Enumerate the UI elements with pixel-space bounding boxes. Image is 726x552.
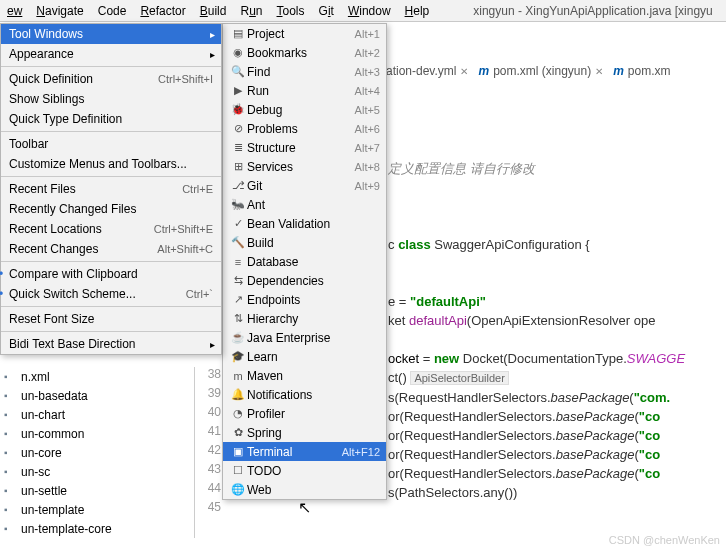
tool-window-project[interactable]: ▤ProjectAlt+1 (223, 24, 386, 43)
project-item[interactable]: ▪un-common (0, 424, 194, 443)
submenu-arrow-icon: ▸ (210, 49, 215, 60)
menu-code[interactable]: Code (91, 2, 134, 20)
tool-window-maven[interactable]: mMaven (223, 366, 386, 385)
folder-icon: ▪ (4, 504, 18, 515)
maven-icon: m (229, 370, 247, 382)
project-tree[interactable]: ▪n.xml▪un-basedata▪un-chart▪un-common▪un… (0, 367, 195, 538)
project-item[interactable]: ▪un-core (0, 443, 194, 462)
project-item[interactable]: ▪un-chart (0, 405, 194, 424)
project-item[interactable]: ▪n.xml (0, 367, 194, 386)
menu-help[interactable]: Help (398, 2, 437, 20)
dependencies-icon: ⇆ (229, 274, 247, 287)
web-icon: 🌐 (229, 483, 247, 496)
services-icon: ⊞ (229, 160, 247, 173)
line-number: 43 (195, 460, 221, 479)
code-editor[interactable]: 定义配置信息 请自行修改 c class SwaggerApiConfigura… (388, 140, 685, 502)
watermark: CSDN @chenWenKen (609, 534, 720, 546)
folder-icon: ▪ (4, 409, 18, 420)
view-menu-dropdown: Tool Windows▸Appearance▸Quick Definition… (0, 23, 222, 355)
tool-window-run[interactable]: ▶RunAlt+4 (223, 81, 386, 100)
tool-window-problems[interactable]: ⊘ProblemsAlt+6 (223, 119, 386, 138)
git-icon: ⎇ (229, 179, 247, 192)
tool-window-git[interactable]: ⎇GitAlt+9 (223, 176, 386, 195)
maven-icon: m (478, 64, 489, 78)
menu-run[interactable]: Run (233, 2, 269, 20)
cursor-icon: ↖ (298, 498, 311, 517)
tool-window-services[interactable]: ⊞ServicesAlt+8 (223, 157, 386, 176)
tool-window-java-enterprise[interactable]: ☕Java Enterprise (223, 328, 386, 347)
tool-window-ant[interactable]: 🐜Ant (223, 195, 386, 214)
menu-item-reset-font-size[interactable]: Reset Font Size (1, 309, 221, 329)
database-icon: ≡ (229, 256, 247, 268)
project-item[interactable]: ▪un-sc (0, 462, 194, 481)
endpoints-icon: ↗ (229, 293, 247, 306)
menu-item-recently-changed-files[interactable]: Recently Changed Files (1, 199, 221, 219)
tool-window-find[interactable]: 🔍FindAlt+3 (223, 62, 386, 81)
menu-item-quick-switch-scheme-[interactable]: Quick Switch Scheme...Ctrl+` (1, 284, 221, 304)
tool-window-notifications[interactable]: 🔔Notifications (223, 385, 386, 404)
tool-window-bookmarks[interactable]: ◉BookmarksAlt+2 (223, 43, 386, 62)
debug-icon: 🐞 (229, 103, 247, 116)
tool-window-endpoints[interactable]: ↗Endpoints (223, 290, 386, 309)
tool-windows-submenu: ▤ProjectAlt+1◉BookmarksAlt+2🔍FindAlt+3▶R… (222, 23, 387, 500)
tab-pom-xingyun[interactable]: m pom.xml (xingyun)✕ (478, 64, 603, 78)
find-icon: 🔍 (229, 65, 247, 78)
tool-window-terminal[interactable]: ▣TerminalAlt+F12 (223, 442, 386, 461)
folder-icon: ▪ (4, 390, 18, 401)
menu-item-quick-type-definition[interactable]: Quick Type Definition (1, 109, 221, 129)
menu-tools[interactable]: Tools (270, 2, 312, 20)
editor-tabs: cation-dev.yml✕ m pom.xml (xingyun)✕ m p… (380, 58, 671, 84)
tool-window-bean-validation[interactable]: ✓Bean Validation (223, 214, 386, 233)
project-item[interactable]: ▪un-settle (0, 481, 194, 500)
menu-item-recent-locations[interactable]: Recent LocationsCtrl+Shift+E (1, 219, 221, 239)
close-icon[interactable]: ✕ (460, 66, 468, 77)
menu-item-recent-changes[interactable]: Recent ChangesAlt+Shift+C (1, 239, 221, 259)
menu-item-toolbar[interactable]: Toolbar (1, 134, 221, 154)
terminal-icon: ▣ (229, 445, 247, 458)
menu-item-tool-windows[interactable]: Tool Windows▸ (1, 24, 221, 44)
bean validation-icon: ✓ (229, 217, 247, 230)
tool-window-dependencies[interactable]: ⇆Dependencies (223, 271, 386, 290)
menu-build[interactable]: Build (193, 2, 234, 20)
menu-git[interactable]: Git (312, 2, 341, 20)
menu-item-customize-menus-and-toolbars-[interactable]: Customize Menus and Toolbars... (1, 154, 221, 174)
spring-icon: ✿ (229, 426, 247, 439)
line-number: 38 (195, 365, 221, 384)
menu-refactor[interactable]: Refactor (133, 2, 192, 20)
tool-window-profiler[interactable]: ◔Profiler (223, 404, 386, 423)
tool-window-structure[interactable]: ≣StructureAlt+7 (223, 138, 386, 157)
tool-window-spring[interactable]: ✿Spring (223, 423, 386, 442)
menu-item-show-siblings[interactable]: Show Siblings (1, 89, 221, 109)
tool-window-web[interactable]: 🌐Web (223, 480, 386, 499)
close-icon[interactable]: ✕ (595, 66, 603, 77)
todo-icon: ☐ (229, 464, 247, 477)
folder-icon: ▪ (4, 371, 18, 382)
menu-item-appearance[interactable]: Appearance▸ (1, 44, 221, 64)
java enterprise-icon: ☕ (229, 331, 247, 344)
submenu-arrow-icon: ▸ (210, 29, 215, 40)
tab-application-dev[interactable]: cation-dev.yml✕ (380, 64, 468, 78)
project-item[interactable]: ▪un-template (0, 500, 194, 519)
menu-item-quick-definition[interactable]: Quick DefinitionCtrl+Shift+I (1, 69, 221, 89)
project-item[interactable]: ▪un-template-core (0, 519, 194, 538)
line-number: 41 (195, 422, 221, 441)
tool-window-debug[interactable]: 🐞DebugAlt+5 (223, 100, 386, 119)
folder-icon: ▪ (4, 485, 18, 496)
menu-item-recent-files[interactable]: Recent FilesCtrl+E (1, 179, 221, 199)
menu-item-compare-with-clipboard[interactable]: Compare with Clipboard (1, 264, 221, 284)
tool-window-database[interactable]: ≡Database (223, 252, 386, 271)
tab-pom-partial[interactable]: m pom.xm (613, 64, 670, 78)
menu-navigate[interactable]: Navigate (29, 2, 90, 20)
project-item[interactable]: ▪un-basedata (0, 386, 194, 405)
folder-icon: ▪ (4, 466, 18, 477)
line-number: 42 (195, 441, 221, 460)
menu-view[interactable]: ew (0, 2, 29, 20)
tool-window-hierarchy[interactable]: ⇅Hierarchy (223, 309, 386, 328)
bookmarks-icon: ◉ (229, 46, 247, 59)
tool-window-build[interactable]: 🔨Build (223, 233, 386, 252)
tool-window-todo[interactable]: ☐TODO (223, 461, 386, 480)
tool-window-learn[interactable]: 🎓Learn (223, 347, 386, 366)
menu-window[interactable]: Window (341, 2, 398, 20)
folder-icon: ▪ (4, 523, 18, 534)
menu-item-bidi-text-base-direction[interactable]: Bidi Text Base Direction▸ (1, 334, 221, 354)
